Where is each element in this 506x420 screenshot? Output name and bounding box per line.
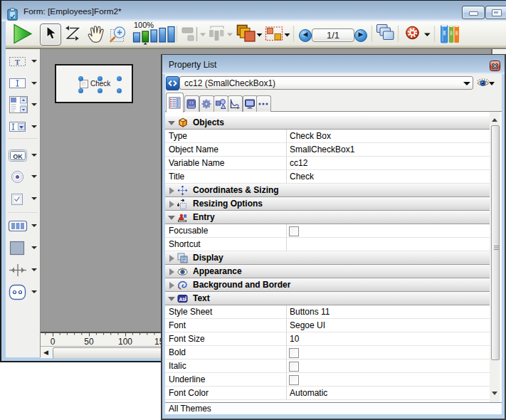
svg-text:T: T [15,58,21,66]
svg-text:0: 0 [51,337,56,347]
svg-text:50: 50 [84,337,94,347]
svg-text:100: 100 [118,337,132,347]
svg-text:OK: OK [13,153,23,160]
svg-text:Ab: Ab [179,297,186,302]
svg-text:-o: -o [189,101,192,105]
